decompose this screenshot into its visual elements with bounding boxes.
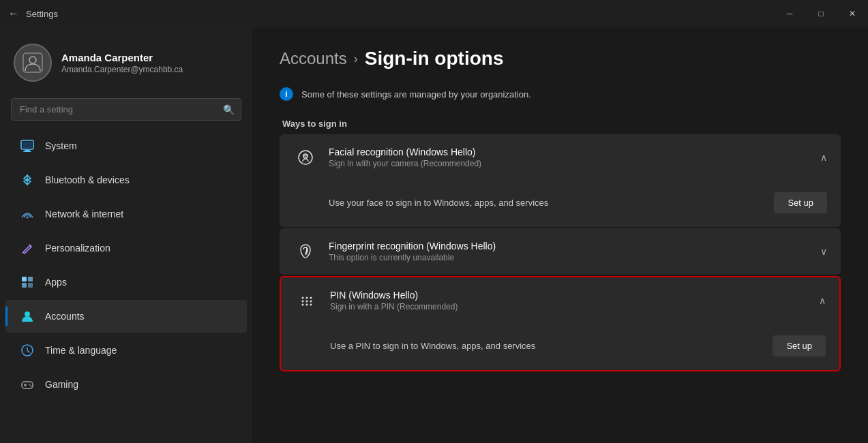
user-email: Amanda.Carpenter@ymcahbb.ca xyxy=(61,65,183,74)
search-input[interactable] xyxy=(11,98,241,121)
fingerprint-title: Fingerprint recognition (Windows Hello) xyxy=(329,241,820,251)
facial-recognition-title: Facial recognition (Windows Hello) xyxy=(329,147,820,157)
fingerprint-subtitle: This option is currently unavailable xyxy=(329,253,820,262)
svg-rect-10 xyxy=(28,283,33,288)
sidebar-item-apps-label: Apps xyxy=(45,277,67,288)
sidebar-item-time-label: Time & language xyxy=(45,345,117,356)
svg-point-26 xyxy=(306,304,308,306)
facial-recognition-expanded-text: Use your face to sign in to Windows, app… xyxy=(329,198,548,208)
svg-point-1 xyxy=(29,57,36,63)
sidebar-item-personalization-label: Personalization xyxy=(45,243,110,254)
sidebar-item-accounts[interactable]: Accounts xyxy=(5,300,247,333)
apps-icon xyxy=(19,274,35,290)
sidebar-item-accounts-label: Accounts xyxy=(45,311,85,322)
fingerprint-card: Fingerprint recognition (Windows Hello) … xyxy=(280,228,841,275)
facial-recognition-header[interactable]: Facial recognition (Windows Hello) Sign … xyxy=(280,134,841,181)
gaming-icon xyxy=(19,376,35,393)
svg-rect-4 xyxy=(23,151,31,152)
svg-point-25 xyxy=(302,304,304,306)
fingerprint-chevron: ∨ xyxy=(820,246,827,257)
facial-recognition-subtitle: Sign in with your camera (Recommended) xyxy=(329,159,820,168)
pin-subtitle: Sign in with a PIN (Recommended) xyxy=(330,302,819,311)
minimize-button[interactable]: ─ xyxy=(774,0,805,27)
pin-card: PIN (Windows Hello) Sign in with a PIN (… xyxy=(280,276,841,371)
sidebar-item-system[interactable]: System xyxy=(5,129,247,162)
svg-rect-3 xyxy=(25,150,30,151)
pin-header[interactable]: PIN (Windows Hello) Sign in with a PIN (… xyxy=(281,277,839,324)
sidebar-item-gaming[interactable]: Gaming xyxy=(5,368,247,401)
back-button[interactable]: ← xyxy=(8,7,19,20)
breadcrumb-current: Sign-in options xyxy=(365,48,504,70)
sign-in-options: Facial recognition (Windows Hello) Sign … xyxy=(280,134,841,371)
facial-recognition-card: Facial recognition (Windows Hello) Sign … xyxy=(280,134,841,227)
facial-recognition-setup-button[interactable]: Set up xyxy=(774,192,827,213)
svg-point-24 xyxy=(310,301,312,303)
pin-setup-button[interactable]: Set up xyxy=(773,335,826,356)
info-icon: i xyxy=(280,87,293,101)
network-icon xyxy=(19,206,35,222)
sidebar-item-bluetooth-label: Bluetooth & devices xyxy=(45,174,130,185)
sidebar-item-apps[interactable]: Apps xyxy=(5,266,247,299)
facial-recognition-chevron: ∧ xyxy=(820,152,827,163)
sidebar-item-time[interactable]: Time & language xyxy=(5,334,247,367)
bluetooth-icon xyxy=(19,172,35,188)
section-title: Ways to sign in xyxy=(280,119,841,129)
close-button[interactable]: ✕ xyxy=(837,0,868,27)
facial-recognition-icon xyxy=(293,145,318,170)
avatar xyxy=(14,44,52,82)
svg-rect-9 xyxy=(22,283,27,288)
svg-point-27 xyxy=(310,304,312,306)
sidebar-item-personalization[interactable]: Personalization xyxy=(5,232,247,264)
maximize-button[interactable]: □ xyxy=(805,0,837,27)
title-bar: ← Settings ─ □ ✕ xyxy=(0,0,868,27)
facial-recognition-expanded: Use your face to sign in to Windows, app… xyxy=(280,181,841,227)
pin-expanded-text: Use a PIN to sign in to Windows, apps, a… xyxy=(330,341,535,351)
svg-point-19 xyxy=(302,297,304,299)
svg-rect-5 xyxy=(23,142,32,148)
sidebar-item-gaming-label: Gaming xyxy=(45,379,78,390)
content-area: Accounts › Sign-in options i Some of the… xyxy=(252,27,868,443)
sidebar-item-network-label: Network & internet xyxy=(45,209,123,219)
info-banner: i Some of these settings are managed by … xyxy=(280,86,841,102)
pin-icon xyxy=(295,288,319,313)
svg-point-22 xyxy=(302,301,304,303)
breadcrumb-parent[interactable]: Accounts xyxy=(280,49,347,68)
sidebar: Amanda Carpenter Amanda.Carpenter@ymcahb… xyxy=(0,27,252,443)
time-icon xyxy=(19,342,35,358)
breadcrumb-separator: › xyxy=(354,52,358,66)
svg-point-16 xyxy=(29,384,30,385)
pin-title: PIN (Windows Hello) xyxy=(330,290,819,301)
svg-rect-13 xyxy=(22,382,33,388)
user-name: Amanda Carpenter xyxy=(61,52,183,63)
svg-rect-7 xyxy=(22,277,27,281)
system-icon xyxy=(19,138,35,154)
pin-chevron: ∧ xyxy=(819,295,826,306)
pin-expanded: Use a PIN to sign in to Windows, apps, a… xyxy=(281,324,839,370)
search-box: 🔍 xyxy=(11,98,241,121)
svg-rect-0 xyxy=(23,53,42,72)
sidebar-item-network[interactable]: Network & internet xyxy=(5,198,247,230)
search-icon: 🔍 xyxy=(223,104,235,115)
svg-point-21 xyxy=(310,297,312,299)
personalization-icon xyxy=(19,240,35,256)
fingerprint-header[interactable]: Fingerprint recognition (Windows Hello) … xyxy=(280,228,841,275)
svg-rect-8 xyxy=(28,277,33,281)
svg-point-6 xyxy=(27,217,29,219)
sidebar-item-bluetooth[interactable]: Bluetooth & devices xyxy=(5,164,247,196)
info-message: Some of these settings are managed by yo… xyxy=(301,89,531,100)
accounts-icon xyxy=(19,308,35,324)
svg-point-23 xyxy=(306,301,308,303)
fingerprint-icon xyxy=(293,239,318,264)
svg-point-17 xyxy=(30,385,31,386)
svg-point-11 xyxy=(25,311,30,317)
svg-point-20 xyxy=(306,297,308,299)
user-profile[interactable]: Amanda Carpenter Amanda.Carpenter@ymcahb… xyxy=(0,27,252,95)
sidebar-item-system-label: System xyxy=(45,140,77,151)
app-title: Settings xyxy=(26,9,58,19)
breadcrumb: Accounts › Sign-in options xyxy=(280,48,841,70)
